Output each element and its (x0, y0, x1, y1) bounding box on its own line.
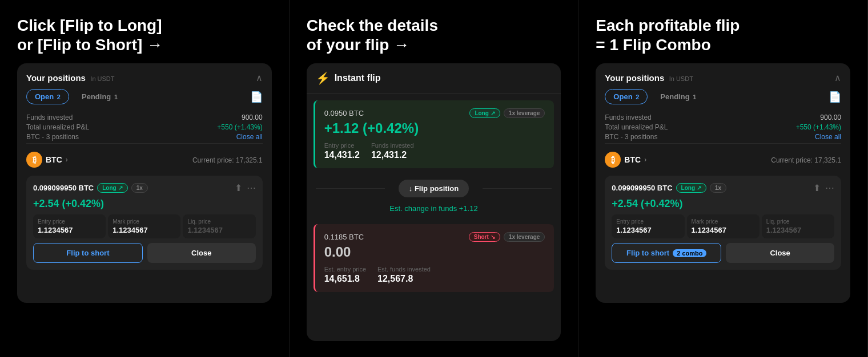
positions-card-1: Your positions In USDT ∧ Open 2 Pending … (17, 63, 272, 303)
stats-row-3: Funds invested 900.00 Total unrealized P… (605, 110, 841, 144)
flip-long-position: 0.0950 BTC Long ↗ 1x leverage +1.12 (+0.… (314, 100, 554, 168)
close-btn-3[interactable]: Close (726, 243, 834, 263)
current-price-3: Current price: 17,325.1 (771, 156, 841, 164)
stats-row-1: Funds invested 900.00 Total unrealized P… (26, 110, 263, 144)
instant-title: Instant flip (335, 73, 381, 83)
card-title-3: Your positions (605, 73, 664, 83)
btc-icon-3: ₿ (605, 152, 621, 168)
mark-price-field-1: Mark price 1.1234567 (108, 214, 180, 238)
tab-open-1[interactable]: Open 2 (26, 89, 69, 104)
flip-short-amount: 0.1185 BTC (324, 233, 364, 241)
flip-short-leverage-tag: 1x leverage (504, 232, 545, 242)
card-collapse-btn-3[interactable]: ∧ (834, 72, 841, 83)
action-btns-3: Flip to short 2 combo Close (612, 243, 834, 263)
est-change-label: Est. change in funds +1.12 (307, 202, 561, 217)
flip-divider: ↓ Flip position (307, 175, 561, 202)
flip-short-position: 0.1185 BTC Short ↘ 1x leverage 0.00 Est.… (314, 224, 554, 292)
flip-lightning-icon: ⚡ (316, 71, 330, 85)
flip-long-tag: Long ↗ (469, 108, 500, 118)
tab-pending-3[interactable]: Pending 1 (652, 90, 704, 104)
flip-to-short-btn-1[interactable]: Flip to short (33, 243, 143, 263)
entry-price-field-3: Entry price 1.1234567 (612, 214, 684, 238)
more-icon-1[interactable]: ⋯ (247, 182, 256, 193)
pos-pnl-1: +2.54 (+0.42%) (33, 198, 256, 210)
pos-amount-1: 0.099099950 BTC (33, 184, 94, 192)
flip-position-btn[interactable]: ↓ Flip position (399, 180, 469, 197)
share-icon-1[interactable]: ⬆ (235, 182, 242, 193)
doc-icon-3[interactable]: 📄 (829, 91, 841, 103)
asset-arrow-3: › (644, 156, 646, 164)
combo-badge-3: 2 combo (673, 249, 706, 257)
close-btn-1[interactable]: Close (147, 243, 256, 263)
section-1-title: Click [Flip to Long] or [Flip to Short] … (17, 16, 272, 54)
liq-price-field-3: Liq. price 1.1234567 (762, 214, 834, 238)
section-2-title: Check the details of your flip → (307, 16, 561, 54)
tabs-1: Open 2 Pending 1 📄 (26, 89, 263, 104)
flip-short-pnl: 0.00 (324, 244, 545, 260)
position-card-3: 0.099099950 BTC Long ↗ 1x ⬆ ⋯ +2.54 (+0.… (605, 176, 841, 270)
flip-long-pnl: +1.12 (+0.42%) (324, 120, 545, 136)
entry-price-field-1: Entry price 1.1234567 (33, 214, 106, 238)
btc-icon-1: ₿ (26, 152, 42, 168)
tag-long-1: Long ↗ (97, 183, 127, 193)
more-icon-3[interactable]: ⋯ (825, 182, 834, 193)
asset-arrow-1: › (66, 156, 68, 164)
card-collapse-btn-1[interactable]: ∧ (256, 72, 263, 83)
action-btns-1: Flip to short Close (33, 243, 256, 263)
current-price-1: Current price: 17,325.1 (192, 156, 263, 164)
pos-amount-3: 0.099099950 BTC (612, 184, 672, 192)
tab-open-3[interactable]: Open 2 (605, 89, 648, 104)
card-title-1: Your positions (26, 73, 86, 83)
close-all-link-1[interactable]: Close all (236, 133, 263, 141)
asset-row-3: ₿ BTC › Current price: 17,325.1 (605, 149, 841, 170)
tab-pending-1[interactable]: Pending 1 (74, 90, 126, 104)
flip-to-short-btn-3[interactable]: Flip to short 2 combo (612, 243, 721, 263)
card-subtitle-1: In USDT (90, 75, 114, 82)
position-card-1: 0.099099950 BTC Long ↗ 1x ⬆ ⋯ +2.54 (+0.… (26, 176, 263, 270)
pos-pnl-3: +2.54 (+0.42%) (612, 198, 834, 210)
doc-icon-1[interactable]: 📄 (250, 91, 263, 103)
share-icon-3[interactable]: ⬆ (813, 182, 821, 193)
section-2: Check the details of your flip → ⚡ Insta… (290, 0, 579, 357)
section-3-title: Each profitable flip = 1 Flip Combo (596, 16, 850, 54)
instant-header: ⚡ Instant flip (307, 63, 561, 94)
card-header-1: Your positions In USDT ∧ (26, 72, 263, 83)
tag-long-3: Long ↗ (676, 183, 706, 193)
close-all-link-3[interactable]: Close all (815, 133, 841, 141)
price-fields-3: Entry price 1.1234567 Mark price 1.12345… (612, 214, 834, 238)
section-1: Click [Flip to Long] or [Flip to Short] … (0, 0, 290, 357)
tag-leverage-3: 1x (710, 183, 726, 193)
liq-price-field-1: Liq. price 1.1234567 (183, 214, 255, 238)
card-header-3: Your positions In USDT ∧ (605, 72, 841, 83)
flip-long-amount: 0.0950 BTC (324, 109, 364, 117)
price-fields-1: Entry price 1.1234567 Mark price 1.12345… (33, 214, 256, 238)
positions-card-3: Your positions In USDT ∧ Open 2 Pending … (596, 63, 850, 303)
tag-leverage-1: 1x (131, 183, 148, 193)
instant-flip-card: ⚡ Instant flip 0.0950 BTC Long ↗ 1x leve… (307, 63, 561, 341)
asset-name-3: BTC (624, 155, 641, 164)
card-subtitle-3: In USDT (669, 75, 693, 82)
flip-long-leverage-tag: 1x leverage (504, 108, 545, 118)
asset-name-1: BTC (46, 155, 62, 164)
flip-short-tag: Short ↘ (469, 232, 500, 242)
asset-row-1: ₿ BTC › Current price: 17,325.1 (26, 149, 263, 170)
section-3: Each profitable flip = 1 Flip Combo Your… (578, 0, 868, 357)
mark-price-field-3: Mark price 1.1234567 (687, 214, 760, 238)
tabs-3: Open 2 Pending 1 📄 (605, 89, 841, 104)
